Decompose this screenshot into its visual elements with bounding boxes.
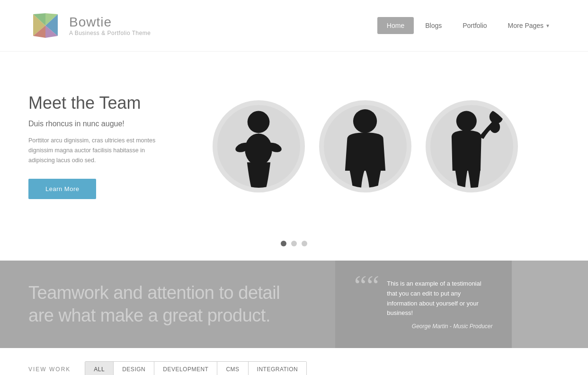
testimonial-extra-column xyxy=(512,261,588,348)
nav-home[interactable]: Home xyxy=(377,17,414,34)
svg-point-11 xyxy=(456,111,476,131)
work-section: VIEW WORK ALL DESIGN DEVELOPMENT CMS INT… xyxy=(0,348,588,375)
logo-text-area: Bowtie A Business & Portfolio Theme xyxy=(69,15,151,36)
filter-development[interactable]: DEVELOPMENT xyxy=(154,362,217,375)
logo-icon xyxy=(28,9,62,43)
avatar-2 xyxy=(319,100,411,192)
view-work-label: VIEW WORK xyxy=(28,366,71,373)
male-silhouette-icon xyxy=(324,105,407,188)
carousel-dot-1[interactable] xyxy=(281,241,286,246)
avatar-3 xyxy=(426,100,518,192)
quote-mark-icon: ““ xyxy=(354,271,379,299)
avatar-1 xyxy=(213,100,305,192)
testimonial-author: George Martin - Music Producer xyxy=(387,323,492,330)
dropdown-arrow-icon: ▼ xyxy=(545,23,550,28)
svg-point-7 xyxy=(245,133,272,166)
hero-avatars xyxy=(170,100,560,192)
nav-more-pages[interactable]: More Pages ▼ xyxy=(499,17,560,34)
main-nav: Home Blogs Portfolio More Pages ▼ xyxy=(377,17,560,34)
nav-blogs[interactable]: Blogs xyxy=(416,17,451,34)
filter-design[interactable]: DESIGN xyxy=(114,362,154,375)
carousel-dots xyxy=(0,231,588,261)
learn-more-button[interactable]: Learn More xyxy=(28,179,96,199)
carousel-dot-3[interactable] xyxy=(302,241,307,246)
header: Bowtie A Business & Portfolio Theme Home… xyxy=(0,0,588,52)
svg-point-10 xyxy=(353,109,376,132)
testimonial-tagline: Teamwork and attention to detail are wha… xyxy=(28,282,307,327)
testimonial-body: This is an example of a testimonial that… xyxy=(387,279,492,318)
hero-section: Meet the Team Duis rhoncus in nunc augue… xyxy=(0,52,588,231)
svg-point-13 xyxy=(490,121,500,133)
testimonial-section: Teamwork and attention to detail are wha… xyxy=(0,261,588,348)
filter-all[interactable]: ALL xyxy=(85,362,114,375)
testimonial-quote-area: ““ This is an example of a testimonial t… xyxy=(335,261,512,348)
testimonial-content: This is an example of a testimonial that… xyxy=(387,279,492,330)
hero-body: Porttitor arcu dignissim, cras ultricies… xyxy=(28,136,161,166)
filter-cms[interactable]: CMS xyxy=(217,362,248,375)
carousel-dot-2[interactable] xyxy=(291,241,297,246)
hero-text: Meet the Team Duis rhoncus in nunc augue… xyxy=(28,93,170,200)
female-silhouette-icon xyxy=(217,105,300,188)
hero-title: Meet the Team xyxy=(28,93,161,113)
work-filters: ALL DESIGN DEVELOPMENT CMS INTEGRATION xyxy=(85,361,307,375)
logo-area: Bowtie A Business & Portfolio Theme xyxy=(28,9,151,43)
testimonial-tagline-area: Teamwork and attention to detail are wha… xyxy=(0,261,335,348)
filter-integration[interactable]: INTEGRATION xyxy=(249,362,307,375)
nav-portfolio[interactable]: Portfolio xyxy=(453,17,496,34)
logo-subtitle: A Business & Portfolio Theme xyxy=(69,30,151,36)
svg-point-6 xyxy=(247,111,269,133)
hero-subtitle: Duis rhoncus in nunc augue! xyxy=(28,120,161,128)
parent-child-silhouette-icon xyxy=(430,105,513,188)
logo-title: Bowtie xyxy=(69,15,151,30)
